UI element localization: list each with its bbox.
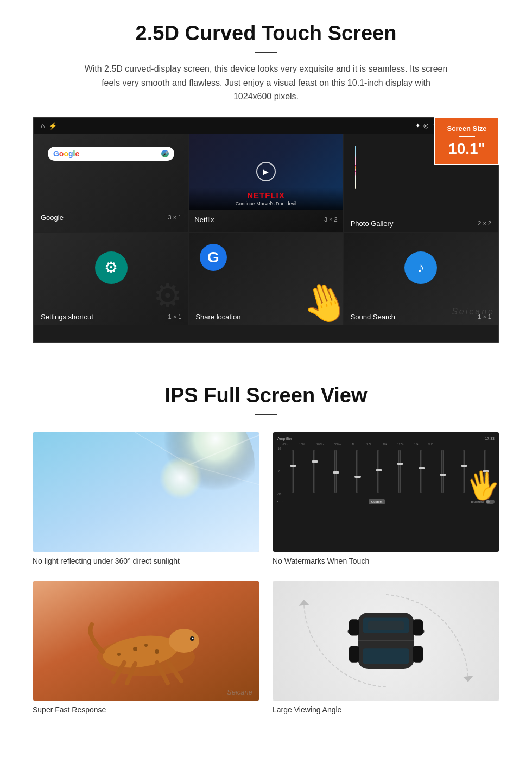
google-inner: Google 🎤 Google 3 × 1: [34, 134, 188, 226]
car-card: Large Viewing Angle: [273, 581, 499, 716]
amplifier-card: Amplifier 17:33 60hz 100hz 200hz 500hz 1…: [273, 432, 499, 567]
svg-rect-30: [349, 646, 359, 662]
google-label-row: Google 3 × 1: [41, 210, 181, 222]
cheetah-watermark: Seicane: [227, 688, 252, 696]
play-button[interactable]: ▶: [256, 162, 276, 181]
badge-title: Screen Size: [441, 124, 493, 133]
photo-size: 2 × 2: [478, 220, 491, 226]
svg-point-17: [155, 649, 159, 654]
settings-icon: ⚙: [95, 251, 128, 284]
svg-point-20: [192, 637, 194, 639]
google-size: 3 × 1: [168, 214, 182, 220]
section1-title: 2.5D Curved Touch Screen: [33, 22, 499, 45]
custom-button[interactable]: Custom: [369, 499, 385, 504]
screen-size-badge: Screen Size 10.1": [434, 117, 499, 166]
eq-bars-container: 🖐: [283, 447, 495, 496]
amp-nav: ‹ ›: [277, 499, 282, 504]
svg-rect-32: [413, 646, 423, 662]
image-grid-bottom: Seicane Super Fast Response: [33, 581, 499, 716]
amplifier-placeholder: Amplifier 17:33 60hz 100hz 200hz 500hz 1…: [273, 432, 499, 552]
eq-bar-6: [390, 450, 409, 493]
status-left: ⌂ ⚡: [41, 122, 57, 130]
share-inner: G 🤚 Share location 1 × 1: [189, 233, 343, 325]
netflix-subtitle: Continue Marvel's Daredevil: [193, 201, 338, 206]
touch-hand-icon: 🖐: [464, 467, 499, 504]
eq-bar-5: [369, 450, 388, 493]
svg-point-15: [133, 647, 137, 651]
settings-label: Settings shortcut: [41, 313, 93, 321]
amplifier-label: No Watermarks When Touch: [273, 552, 499, 567]
app-cell-share[interactable]: G 🤚 Share location 1 × 1: [189, 233, 343, 325]
eq-bar-1: [283, 450, 302, 493]
car-placeholder: [273, 581, 499, 701]
eq-scale: 10 0 -10: [277, 447, 281, 496]
netflix-label-row: Netflix 3 × 2: [189, 213, 343, 226]
sound-inner: ♪ Sound Search 1 × 1: [344, 233, 498, 325]
svg-rect-25: [363, 648, 409, 664]
svg-point-18: [117, 653, 121, 656]
sound-icon: ♪: [404, 251, 437, 284]
maps-icon: G: [200, 244, 227, 271]
section2-title: IPS Full Screen View: [33, 384, 499, 407]
photo-label: Photo Gallery: [351, 219, 394, 228]
netflix-overlay: NETFLIX Continue Marvel's Daredevil: [189, 187, 343, 210]
eq-bar-4: [347, 450, 366, 493]
svg-rect-33: [368, 621, 404, 630]
car-label: Large Viewing Angle: [273, 701, 499, 716]
settings-inner: ⚙ ⚙ Settings shortcut 1 × 1: [34, 233, 188, 325]
app-cell-google[interactable]: Google 🎤 Google 3 × 1: [34, 134, 188, 232]
photo-main: 🌸: [355, 146, 356, 189]
sunlight-label: No light reflecting under 360° direct su…: [33, 552, 259, 567]
app-cell-netflix[interactable]: ▶ NETFLIX Continue Marvel's Daredevil Ne…: [189, 134, 343, 232]
flower-icon: 🌸: [355, 156, 356, 179]
svg-text:G: G: [207, 249, 219, 266]
amp-bottom-controls: ‹ › Custom loudness: [277, 499, 495, 504]
eq-bar-7: [411, 450, 430, 493]
cheetah-card: Seicane Super Fast Response: [33, 581, 259, 716]
svg-point-10: [169, 629, 199, 653]
netflix-label: Netflix: [194, 216, 214, 224]
sunlight-card: No light reflecting under 360° direct su…: [33, 432, 259, 567]
badge-size: 10.1": [441, 140, 493, 157]
section1-description: With 2.5D curved-display screen, this de…: [81, 62, 451, 104]
sunlight-image: [33, 432, 259, 552]
section-curved-screen: 2.5D Curved Touch Screen With 2.5D curve…: [0, 0, 532, 362]
home-icon: ⌂: [41, 122, 45, 130]
eq-bar-2: [305, 450, 324, 493]
location-icon: ◎: [423, 122, 429, 129]
photo-label-row: Photo Gallery 2 × 2: [351, 216, 491, 228]
svg-rect-31: [413, 619, 423, 635]
sound-size: 1 × 1: [478, 313, 491, 320]
title-divider: [255, 52, 277, 53]
svg-rect-29: [349, 619, 359, 635]
cheetah-image: Seicane: [33, 581, 259, 701]
sunlight-flare: [159, 456, 202, 500]
image-grid-top: No light reflecting under 360° direct su…: [33, 432, 499, 567]
cheetah-placeholder: Seicane: [33, 581, 259, 701]
app-grid: Google 🎤 Google 3 × 1 ▶: [34, 134, 498, 325]
app-cell-settings[interactable]: ⚙ ⚙ Settings shortcut 1 × 1: [34, 233, 188, 325]
netflix-content: ▶ NETFLIX Continue Marvel's Daredevil: [189, 134, 343, 210]
usb-icon: ⚡: [49, 122, 57, 130]
eq-bar-3: [326, 450, 345, 493]
amplifier-image: Amplifier 17:33 60hz 100hz 200hz 500hz 1…: [273, 432, 499, 552]
mic-icon: 🎤: [161, 150, 169, 157]
netflix-logo: NETFLIX: [193, 191, 338, 200]
app-cell-sound[interactable]: ♪ Sound Search 1 × 1: [344, 233, 498, 325]
photo-stack: 🌸: [351, 141, 360, 216]
google-search-bar[interactable]: Google 🎤: [48, 147, 174, 161]
share-label: Share location: [195, 313, 240, 321]
cheetah-label: Super Fast Response: [33, 701, 259, 716]
amp-screen: Amplifier 17:33 60hz 100hz 200hz 500hz 1…: [273, 432, 499, 552]
svg-marker-22: [299, 600, 309, 605]
sound-label-row: Sound Search 1 × 1: [351, 310, 491, 321]
netflix-inner: ▶ NETFLIX Continue Marvel's Daredevil Ne…: [189, 134, 343, 226]
sunlight-placeholder: [33, 432, 259, 552]
screen-wrapper: Screen Size 10.1" ⌂ ⚡ ✦ ◎ ▼ 15:06 ◉ ♪ ✕: [33, 117, 499, 343]
svg-marker-21: [463, 676, 473, 682]
android-screen: ⌂ ⚡ ✦ ◎ ▼ 15:06 ◉ ♪ ✕ ▭: [33, 117, 499, 343]
svg-point-16: [144, 644, 148, 647]
status-bar: ⌂ ⚡ ✦ ◎ ▼ 15:06 ◉ ♪ ✕ ▭: [34, 118, 498, 134]
google-logo: Google: [53, 149, 79, 158]
section-ips: IPS Full Screen View: [0, 362, 532, 746]
